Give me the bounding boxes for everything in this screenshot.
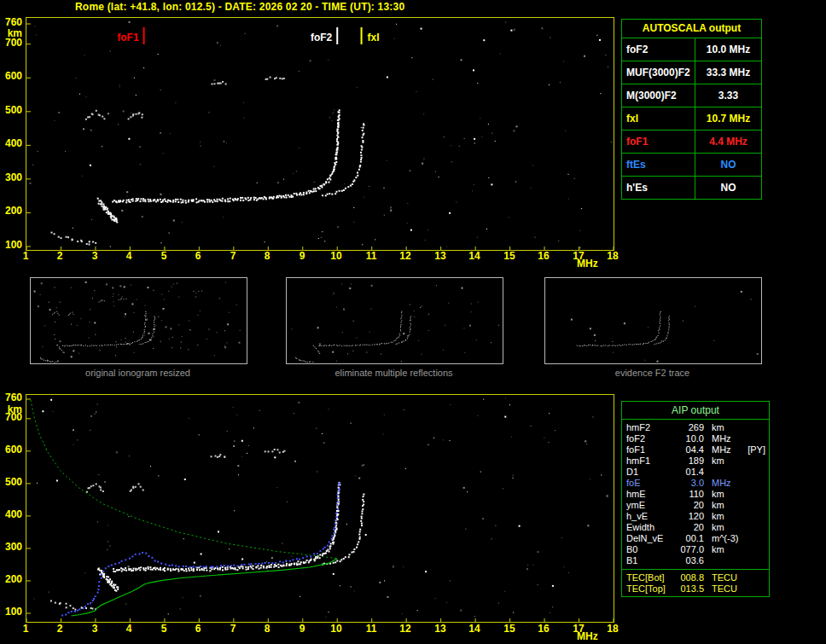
axis-tick-label: 3 [85, 624, 104, 635]
autoscala-row-foF1: foF14.4 MHz [622, 131, 761, 154]
axis-tick-label: MHz [577, 258, 598, 270]
axis-tick-label: 12 [396, 624, 415, 635]
aip-val: 10.0 [675, 433, 704, 444]
aip-param: D1 [622, 467, 675, 478]
axis-tick-label: 200 [0, 574, 22, 585]
aip-extra [744, 478, 769, 489]
aip-extra [744, 544, 769, 555]
autoscala-value: 10.7 MHz [695, 107, 761, 130]
main-ionogram-plot: foF1foF2fxI [26, 17, 614, 251]
aip-unit: km [704, 422, 744, 433]
autoscala-value: 33.3 MHz [695, 61, 761, 84]
autoscala-output-table: AUTOSCALA output foF210.0 MHzMUF(3000)F2… [621, 19, 762, 200]
aip-val: 00.1 [675, 533, 704, 544]
aip-param: ymE [622, 500, 675, 511]
autoscala-param: MUF(3000)F2 [622, 61, 695, 84]
marker-label-foF2: foF2 [311, 32, 333, 44]
aip-unit: MHz [704, 433, 744, 444]
autoscala-table-rows: foF210.0 MHzMUF(3000)F233.3 MHzM(3000)F2… [622, 38, 761, 199]
axis-tick-label: 100 [0, 606, 22, 618]
aip-param: foE [622, 478, 675, 489]
axis-tick-label: 2 [50, 251, 69, 262]
aip-param: h_vE [622, 511, 675, 522]
aip-row-foE: foE3.0MHz [622, 478, 769, 489]
axis-tick-label: 3 [85, 251, 104, 262]
aip-row-TEC[Top]: TEC[Top]013.5TECU [622, 583, 769, 595]
aip-param: TEC[Top] [622, 583, 675, 595]
axis-tick-label: 5 [154, 251, 173, 262]
axis-tick-label: 9 [293, 251, 311, 262]
aip-unit: km [704, 489, 744, 500]
axis-tick-label: 400 [0, 509, 22, 520]
axis-tick-label: 16 [534, 251, 553, 262]
aip-val: 01.4 [675, 467, 704, 478]
aip-table-header: AIP output [622, 402, 769, 420]
aip-extra [744, 433, 769, 444]
axis-tick-label: 300 [0, 172, 22, 183]
axis-tick-label: 8 [258, 251, 276, 262]
aip-param: hmF2 [622, 422, 675, 433]
aip-row-Ewidth: Ewidth20km [622, 522, 769, 533]
axis-tick-label: 13 [431, 624, 450, 635]
aip-row-B0: B0077.0km [622, 544, 769, 555]
aip-row-TEC[Bot]: TEC[Bot]008.8TECU [622, 569, 769, 583]
axis-tick-label: 16 [534, 624, 553, 635]
aip-extra [744, 522, 769, 533]
aip-val: 077.0 [675, 544, 704, 555]
aip-val: 03.6 [675, 555, 704, 566]
thumbnail-multiple-reflections-caption: eliminate multiple reflections [286, 368, 502, 378]
aip-param: Ewidth [622, 522, 675, 533]
autoscala-value: NO [695, 154, 761, 176]
thumbnail-original [30, 277, 247, 364]
aip-extra [744, 489, 769, 500]
aip-output-table: AIP output hmF2269kmfoF210.0MHzfoF104.4M… [621, 401, 770, 597]
autoscala-value: 10.0 MHz [695, 38, 761, 61]
axis-tick-label: 760 [0, 392, 22, 403]
autoscala-row-M(3000)F2: M(3000)F23.33 [622, 84, 761, 107]
axis-tick-label: 18 [603, 624, 622, 635]
aip-unit: km [704, 500, 744, 511]
thumbnail-f2-trace-canvas [545, 278, 761, 363]
aip-unit: MHz [704, 478, 744, 489]
autoscala-param: foF1 [622, 131, 695, 153]
autoscala-param: foF2 [622, 38, 695, 61]
aip-param: B1 [622, 555, 675, 566]
aip-val: 120 [675, 511, 704, 522]
aip-val: 20 [675, 522, 704, 533]
aip-extra [744, 500, 769, 511]
axis-tick-label: 500 [0, 477, 22, 488]
aip-val: 3.0 [675, 478, 704, 489]
aip-param: hmE [622, 489, 675, 500]
aip-extra [744, 467, 769, 478]
axis-tick-label: 15 [500, 251, 519, 262]
axis-tick-label: 13 [431, 251, 450, 262]
axis-tick-label: 12 [396, 251, 415, 262]
axis-tick-label: 18 [603, 251, 622, 262]
autoscala-param: ftEs [622, 154, 695, 176]
axis-tick-label: 10 [327, 251, 346, 262]
thumbnail-f2-trace [544, 277, 762, 364]
aip-param: B0 [622, 544, 675, 555]
aip-extra [744, 583, 769, 595]
autoscala-value: 3.33 [695, 84, 761, 107]
aip-val: 189 [675, 455, 704, 467]
aip-param: DelN_vE [622, 533, 675, 544]
axis-tick-label: 11 [362, 251, 381, 262]
axis-tick-label: 15 [500, 624, 519, 635]
main-ionogram-canvas: foF1foF2fxI [26, 18, 614, 250]
axis-tick-label: 4 [119, 251, 138, 262]
aip-val: 008.8 [675, 572, 704, 583]
aip-val: 110 [675, 489, 704, 500]
axis-tick-label: 100 [0, 240, 22, 251]
aip-row-DelN_vE: DelN_vE00.1m^(-3) [622, 533, 769, 544]
aip-row-hmF1: hmF1189km [622, 455, 769, 467]
axis-tick-label: 5 [154, 624, 173, 635]
aip-unit: km [704, 455, 744, 467]
aip-extra [744, 572, 769, 583]
aip-param: TEC[Bot] [622, 572, 675, 583]
aip-extra [744, 511, 769, 522]
thumbnail-multiple-reflections [286, 277, 503, 364]
autoscala-param: M(3000)F2 [622, 84, 695, 107]
axis-tick-label: 9 [293, 624, 311, 635]
aip-param: foF2 [622, 433, 675, 444]
